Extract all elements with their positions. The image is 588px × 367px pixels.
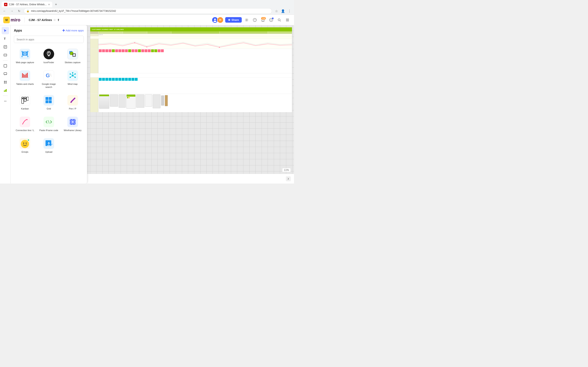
- svg-rect-72: [26, 97, 29, 100]
- canvas-area[interactable]: CUSTOMER JOURNEY MAP: S7 AIRLINES: [11, 25, 294, 184]
- svg-text:G: G: [46, 72, 50, 78]
- shape-tool[interactable]: [2, 62, 9, 69]
- emotion-row: [90, 39, 292, 49]
- board-export-btn[interactable]: ⬆: [57, 18, 60, 22]
- main-content: T: [0, 25, 294, 184]
- svg-point-27: [4, 101, 5, 101]
- browser-menu-btn[interactable]: ⋮: [287, 8, 292, 14]
- search-btn[interactable]: [276, 17, 283, 23]
- app-icon-connection: [20, 117, 30, 127]
- svg-point-31: [219, 47, 220, 48]
- chat-tool[interactable]: [2, 70, 9, 78]
- app-item-kanban[interactable]: Kanban: [14, 92, 36, 113]
- app-label-emojis: Emojis: [22, 150, 28, 153]
- apps-panel-title: Apps: [14, 29, 22, 33]
- apps-panel: Apps ✚ Add more apps: [11, 25, 87, 184]
- active-tab[interactable]: M CJM - S7 Airlines, Online Whiteb... ×: [2, 2, 52, 7]
- settings-btn[interactable]: [243, 17, 250, 23]
- app-item-connection[interactable]: Connection line / L: [14, 114, 36, 134]
- more-tools[interactable]: [2, 98, 9, 105]
- data-row-1: [90, 34, 292, 36]
- new-tab-btn[interactable]: +: [53, 2, 59, 7]
- chart-tool[interactable]: [2, 87, 9, 94]
- svg-point-88: [26, 143, 27, 144]
- svg-text:0: 0: [270, 19, 272, 21]
- svg-line-68: [73, 76, 75, 77]
- svg-line-65: [70, 74, 73, 76]
- tab-close-btn[interactable]: ×: [48, 3, 50, 6]
- svg-rect-25: [5, 90, 6, 92]
- app-label-tables: Tables and charts: [16, 83, 34, 85]
- top-bar-actions: H ⊕ Share ? 119 0: [212, 17, 291, 23]
- left-toolbar: T: [0, 25, 11, 184]
- toolbar-divider-2: [3, 96, 8, 96]
- svg-rect-52: [26, 74, 26, 77]
- app-icon-stickies: [67, 49, 78, 59]
- app-item-iconfinder[interactable]: IconFinder: [38, 46, 60, 66]
- refresh-btn[interactable]: ↻: [16, 8, 22, 14]
- app-icon-pen: [67, 95, 78, 106]
- svg-point-30: [146, 47, 147, 47]
- svg-rect-10: [286, 20, 289, 20]
- collab-dot: [272, 17, 274, 19]
- svg-rect-39: [27, 56, 28, 57]
- svg-point-0: [214, 18, 216, 20]
- app-label-mindmap: Mind map: [68, 83, 78, 85]
- board-title-area: CJM - S7 Airlines ☆ ⬆: [29, 18, 60, 22]
- svg-rect-17: [4, 55, 6, 55]
- board-title-text: CJM - S7 Airlines: [29, 18, 52, 22]
- bookmark-btn[interactable]: ☆: [274, 8, 279, 14]
- miro-logo: M miro: [3, 17, 20, 23]
- select-tool[interactable]: [2, 27, 9, 34]
- avatar-2: H: [217, 17, 224, 23]
- svg-point-2: [246, 19, 247, 21]
- frame-tool[interactable]: [2, 51, 9, 59]
- app-icon-google-image: G: [43, 70, 54, 81]
- app-item-paste-iframe[interactable]: Paste iFrame code: [38, 114, 60, 134]
- text-tool[interactable]: T: [2, 35, 9, 42]
- add-more-apps-btn[interactable]: ✚ Add more apps: [62, 29, 84, 33]
- app-icon-upload: [43, 138, 54, 149]
- profile-btn[interactable]: 👤: [280, 8, 286, 14]
- svg-rect-37: [27, 51, 28, 52]
- svg-point-1: [214, 21, 216, 22]
- app-item-grid[interactable]: Grid: [38, 92, 60, 113]
- miro-logo-text: miro: [11, 17, 20, 23]
- zoom-indicator: 11%: [282, 168, 291, 172]
- apps-search-input[interactable]: [14, 36, 84, 43]
- note-tool[interactable]: [2, 43, 9, 50]
- avatar-group: H: [212, 17, 224, 23]
- app-icon-grid: [43, 95, 54, 106]
- app-item-tables[interactable]: Tables and charts: [14, 68, 36, 91]
- notifications-btn[interactable]: 119: [260, 17, 266, 23]
- app-item-upload[interactable]: Upload: [38, 136, 60, 156]
- app-item-web-capture[interactable]: Web page capture: [14, 46, 36, 66]
- collab-btn[interactable]: 0: [268, 17, 274, 23]
- crop-tool[interactable]: [2, 78, 9, 86]
- teal-stickies-row: [90, 77, 292, 94]
- app-item-stickies[interactable]: Stickies capture: [61, 46, 84, 66]
- board-star-btn[interactable]: ☆: [53, 18, 56, 22]
- app-item-pen[interactable]: Pen / P: [61, 92, 84, 113]
- app-item-google-image[interactable]: G Google image search: [38, 68, 60, 91]
- app-item-wireframe[interactable]: Wireframe Library: [61, 114, 84, 134]
- svg-point-29: [6, 101, 6, 101]
- app-icon-paste-iframe: [43, 117, 54, 127]
- svg-rect-26: [6, 89, 7, 92]
- zoom-level-text: 11%: [284, 169, 289, 171]
- forward-btn[interactable]: →: [9, 8, 15, 14]
- collapse-toolbar-btn[interactable]: [286, 176, 291, 181]
- app-item-mindmap[interactable]: Mind map: [61, 68, 84, 91]
- miro-logo-icon: M: [3, 17, 10, 23]
- gap-row: [90, 73, 292, 77]
- svg-text:?: ?: [254, 19, 255, 21]
- back-btn[interactable]: ←: [2, 8, 7, 14]
- help-btn[interactable]: ?: [251, 17, 258, 23]
- share-btn[interactable]: ⊕ Share: [225, 17, 242, 23]
- screenshots-row: [90, 94, 292, 112]
- app-item-emojis[interactable]: Emojis: [14, 136, 36, 156]
- menu-btn[interactable]: [284, 17, 291, 23]
- tab-title: CJM - S7 Airlines, Online Whiteb...: [9, 3, 47, 6]
- share-label: Share: [232, 18, 239, 21]
- address-bar[interactable]: 🔒 miro.com/app/board/o9J_ky1F_TM=/?moveT…: [24, 8, 272, 14]
